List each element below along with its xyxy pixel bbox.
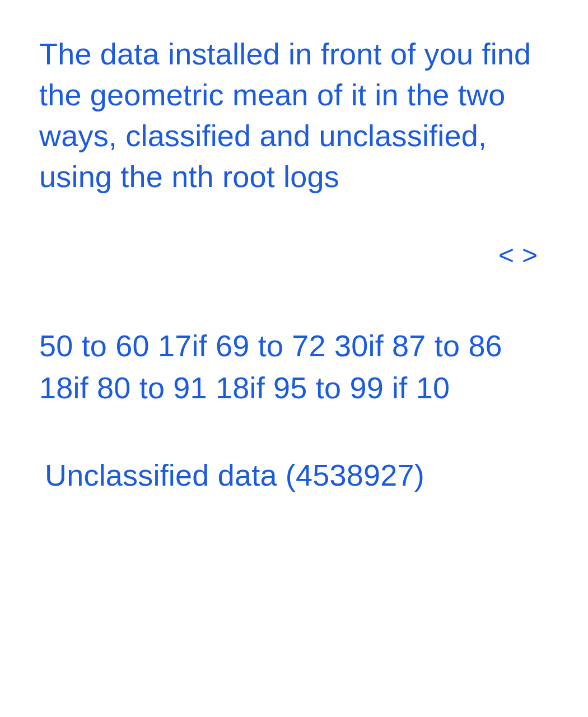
document-page: The data installed in front of you find …	[0, 0, 588, 717]
next-icon[interactable]: >	[522, 242, 538, 269]
classified-data-text: 50 to 60 17if 69 to 72 30if 87 to 86 18i…	[39, 325, 549, 409]
intro-paragraph: The data installed in front of you find …	[39, 34, 549, 197]
prev-icon[interactable]: <	[498, 242, 514, 269]
unclassified-data-text: Unclassified data (4538927)	[39, 454, 549, 497]
nav-controls: < >	[39, 242, 549, 269]
